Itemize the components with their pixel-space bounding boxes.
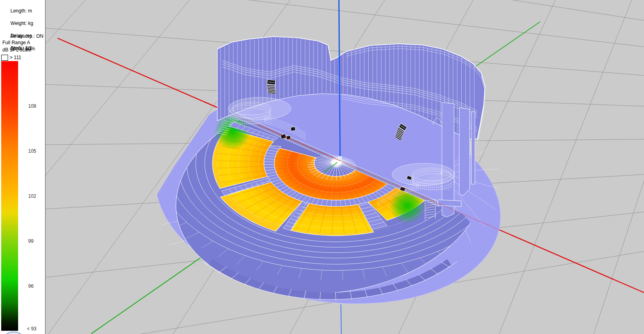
legend-sidebar: Length: m Weight: kg Delay: ms Scale: 1/… [0, 0, 45, 334]
unit-weight: Weight: kg [10, 20, 33, 26]
z-axis-lower [341, 304, 341, 334]
app-logo-icon [4, 332, 23, 334]
spl-tick-label: 102 [28, 193, 36, 199]
venue-3d-scene [0, 0, 644, 334]
air-absorption-state: Air absorp.: ON [10, 33, 43, 39]
origin-marker [339, 156, 342, 159]
spl-color-scale-bar [1, 61, 18, 331]
stage-speaker [291, 127, 295, 131]
spl-tick-label: 108 [28, 103, 36, 109]
3d-viewport[interactable] [0, 0, 644, 334]
spl-tick-label: 96 [28, 283, 33, 289]
unit-length: Length: m [10, 8, 32, 14]
frequency-band-label: Full Range A [2, 40, 30, 46]
app-window: Length: m Weight: kg Delay: ms Scale: 1/… [0, 0, 644, 334]
spl-tick-label: 99 [28, 238, 33, 244]
spl-tick-label: 105 [28, 148, 36, 154]
spl-over-range-label: > 111 [10, 55, 21, 60]
spl-under-range-label: < 93 [27, 326, 37, 332]
spl-scale-title: dB SPL scale [2, 47, 31, 53]
spl-over-range-swatch [1, 55, 8, 61]
